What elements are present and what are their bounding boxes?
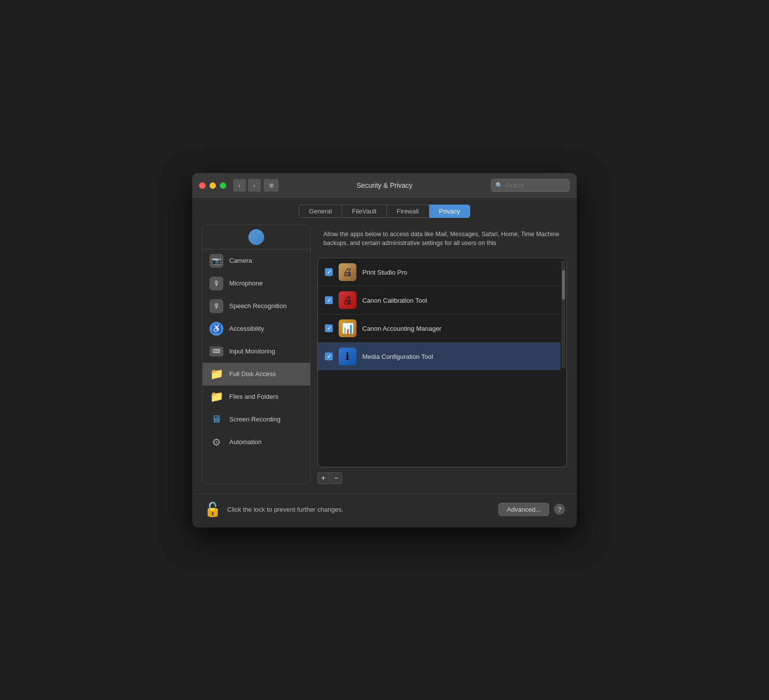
right-panel: Allow the apps below to access data like… xyxy=(317,225,567,484)
app-name-canon-accounting-manager: Canon Accounting Manager xyxy=(362,325,441,332)
app-name-print-studio-pro: Print Studio Pro xyxy=(362,269,407,276)
sidebar-item-files-and-folders[interactable]: 📁 Files and Folders xyxy=(203,385,310,408)
print-studio-pro-icon: 🖨 xyxy=(339,263,356,281)
minimize-button[interactable] xyxy=(210,182,216,189)
sidebar-label-speech-recognition: Speech Recognition xyxy=(229,302,286,310)
checkbox-canon-accounting-manager[interactable]: ✓ xyxy=(325,324,333,332)
lock-section: 🔓 Click the lock to prevent further chan… xyxy=(204,501,498,518)
input-monitoring-icon: ⌨ xyxy=(210,345,223,358)
sidebar-item-speech-recognition[interactable]: 🎙 Speech Recognition xyxy=(203,295,310,317)
remove-app-button[interactable]: − xyxy=(330,472,342,484)
close-button[interactable] xyxy=(199,182,206,189)
microphone-icon: 🎙 xyxy=(210,277,223,290)
sidebar-label-full-disk-access: Full Disk Access xyxy=(229,370,276,378)
tab-privacy[interactable]: Privacy xyxy=(429,205,471,218)
scrollbar-thumb[interactable] xyxy=(562,270,565,300)
search-input[interactable] xyxy=(505,182,565,189)
lock-text: Click the lock to prevent further change… xyxy=(227,506,344,513)
main-content: 📷 Camera 🎙 Microphone 🎙 Speech Recogniti… xyxy=(192,218,577,494)
app-row-canon-accounting-manager[interactable]: ✓ 📊 Canon Accounting Manager xyxy=(318,315,560,343)
sidebar: 📷 Camera 🎙 Microphone 🎙 Speech Recogniti… xyxy=(202,225,311,484)
canon-calibration-tool-icon: 🖨 xyxy=(339,291,356,309)
checkmark-icon: ✓ xyxy=(327,353,331,360)
add-remove-buttons: + − xyxy=(317,472,567,484)
window-title: Security & Privacy xyxy=(356,181,413,189)
canon-accounting-manager-icon: 📊 xyxy=(339,319,356,337)
files-and-folders-icon: 📁 xyxy=(210,390,223,404)
apps-list-rows: ✓ 🖨 Print Studio Pro ✓ 🖨 Canon Calibrati… xyxy=(318,258,560,370)
sidebar-item-automation[interactable]: ⚙ Automation xyxy=(203,431,310,454)
sidebar-label-accessibility: Accessibility xyxy=(229,325,264,332)
sidebar-item-input-monitoring[interactable]: ⌨ Input Monitoring xyxy=(203,340,310,363)
screen-recording-icon: 🖥 xyxy=(210,413,223,426)
search-box[interactable]: 🔍 xyxy=(491,179,570,192)
camera-icon: 📷 xyxy=(210,254,223,268)
automation-icon: ⚙ xyxy=(210,435,223,449)
checkmark-icon: ✓ xyxy=(327,269,331,276)
full-disk-access-icon: 📁 xyxy=(210,367,223,381)
traffic-lights xyxy=(199,182,226,189)
tab-general[interactable]: General xyxy=(299,205,342,218)
lock-icon[interactable]: 🔓 xyxy=(204,501,221,518)
sidebar-item-camera[interactable]: 📷 Camera xyxy=(203,249,310,272)
search-icon: 🔍 xyxy=(495,182,503,189)
checkbox-canon-calibration-tool[interactable]: ✓ xyxy=(325,296,333,304)
globe-icon xyxy=(248,229,264,245)
description-text: Allow the apps below to access data like… xyxy=(317,225,567,253)
scrollbar-track[interactable] xyxy=(561,260,565,368)
sidebar-label-automation: Automation xyxy=(229,438,262,446)
checkbox-print-studio-pro[interactable]: ✓ xyxy=(325,268,333,276)
checkmark-icon: ✓ xyxy=(327,325,331,332)
sidebar-label-screen-recording: Screen Recording xyxy=(229,416,280,423)
grid-button[interactable]: ⊞ xyxy=(264,179,279,192)
apps-list-container: ✓ 🖨 Print Studio Pro ✓ 🖨 Canon Calibrati… xyxy=(317,258,567,467)
sidebar-label-camera: Camera xyxy=(229,257,252,264)
bottom-bar: 🔓 Click the lock to prevent further chan… xyxy=(192,494,577,527)
app-row-canon-calibration-tool[interactable]: ✓ 🖨 Canon Calibration Tool xyxy=(318,286,560,315)
app-name-canon-calibration-tool: Canon Calibration Tool xyxy=(362,297,427,304)
sidebar-label-microphone: Microphone xyxy=(229,280,263,287)
media-configuration-tool-icon: ℹ xyxy=(339,348,356,365)
sidebar-item-accessibility[interactable]: ♿ Accessibility xyxy=(203,317,310,340)
back-button[interactable]: ‹ xyxy=(233,179,246,192)
sidebar-item-microphone[interactable]: 🎙 Microphone xyxy=(203,272,310,295)
tab-firewall[interactable]: Firewall xyxy=(387,205,429,218)
sidebar-item-full-disk-access[interactable]: 📁 Full Disk Access xyxy=(203,363,310,385)
main-window: ‹ › ⊞ Security & Privacy 🔍 General FileV… xyxy=(192,173,577,527)
forward-button[interactable]: › xyxy=(248,179,261,192)
app-name-media-configuration-tool: Media Configuration Tool xyxy=(362,353,433,360)
tab-filevault[interactable]: FileVault xyxy=(342,205,387,218)
add-app-button[interactable]: + xyxy=(317,472,329,484)
advanced-button[interactable]: Advanced... xyxy=(498,503,549,516)
checkbox-media-configuration-tool[interactable]: ✓ xyxy=(325,352,333,360)
app-row-media-configuration-tool[interactable]: ✓ ℹ Media Configuration Tool xyxy=(318,343,560,370)
accessibility-icon: ♿ xyxy=(210,322,223,336)
sidebar-label-files-and-folders: Files and Folders xyxy=(229,393,279,400)
sidebar-label-input-monitoring: Input Monitoring xyxy=(229,348,275,355)
sidebar-top xyxy=(203,225,310,249)
tabs-bar: General FileVault Firewall Privacy xyxy=(192,199,577,218)
checkmark-icon: ✓ xyxy=(327,297,331,304)
apps-list-inner: ✓ 🖨 Print Studio Pro ✓ 🖨 Canon Calibrati… xyxy=(318,258,566,370)
help-button[interactable]: ? xyxy=(554,504,565,515)
title-bar: ‹ › ⊞ Security & Privacy 🔍 xyxy=(192,173,577,199)
app-row-print-studio-pro[interactable]: ✓ 🖨 Print Studio Pro xyxy=(318,258,560,286)
speech-recognition-icon: 🎙 xyxy=(210,299,223,313)
nav-buttons: ‹ › xyxy=(233,179,261,192)
zoom-button[interactable] xyxy=(220,182,226,189)
sidebar-item-screen-recording[interactable]: 🖥 Screen Recording xyxy=(203,408,310,431)
